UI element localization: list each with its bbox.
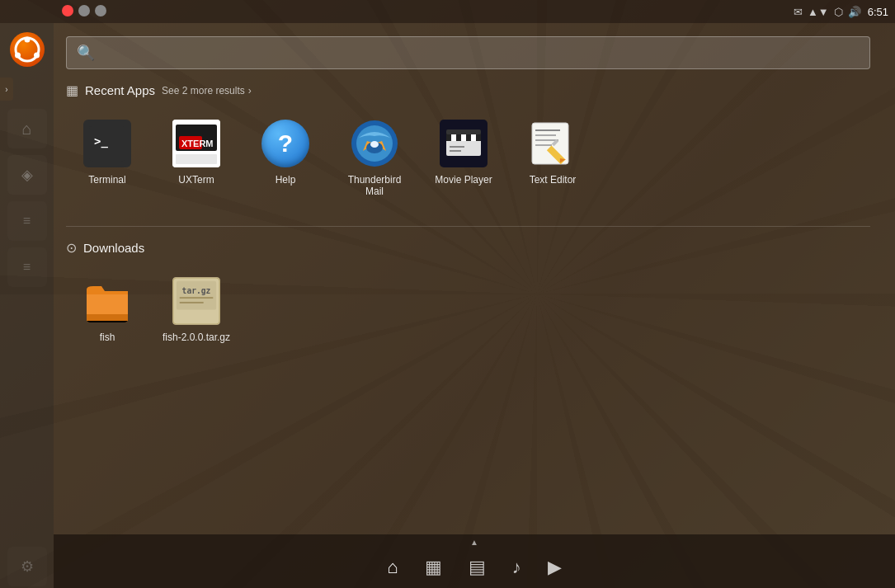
top-panel: ✉ ▲▼ ⬡ 🔊 6:51 <box>0 0 895 23</box>
search-icon: 🔍 <box>77 44 95 62</box>
svg-point-1 <box>24 37 30 43</box>
download-item-fish-targz[interactable]: tar.gz fish-2.0.0.tar.gz <box>155 269 238 351</box>
see-more-link[interactable]: See 2 more results › <box>162 85 252 96</box>
section-divider <box>66 226 870 227</box>
svg-point-3 <box>15 53 21 59</box>
fish-targz-label: fish-2.0.0.tar.gz <box>163 332 230 343</box>
minimize-button[interactable] <box>78 5 90 16</box>
downloads-grid: fish tar.gz fish-2.0.0.tar.gz <box>66 269 870 351</box>
thunderbird-icon <box>351 120 398 167</box>
texteditor-icon <box>529 120 577 167</box>
svg-rect-23 <box>450 150 461 152</box>
sidebar-item-icon-3: ≡ <box>23 214 31 228</box>
bottom-icon-video[interactable]: ▶ <box>544 553 565 581</box>
sidebar-item-icon-5: ⚙ <box>21 557 34 576</box>
recent-apps-title: Recent Apps <box>85 83 155 97</box>
downloads-header: ⊙ Downloads <box>66 240 870 256</box>
svg-rect-25 <box>535 129 560 131</box>
svg-rect-21 <box>446 129 481 134</box>
close-button[interactable] <box>62 5 73 16</box>
svg-text:XTERM: XTERM <box>181 139 214 148</box>
recent-apps-header: ▦ Recent Apps See 2 more results › <box>66 82 870 98</box>
downloads-title: Downloads <box>83 241 144 255</box>
clock: 6:51 <box>868 6 888 18</box>
bluetooth-icon: ⬡ <box>834 6 843 18</box>
ubuntu-logo[interactable] <box>7 30 47 69</box>
movieplayer-icon <box>440 120 488 167</box>
downloads-section: ⊙ Downloads fish <box>66 240 870 351</box>
svg-text:>_: >_ <box>94 134 108 148</box>
sidebar-item-icon-2: ◈ <box>21 166 33 184</box>
svg-text:tar.gz: tar.gz <box>182 286 211 295</box>
uxterm-label: UXTerm <box>178 174 214 186</box>
downloads-icon: ⊙ <box>66 240 77 256</box>
ubuntu-logo-circle[interactable] <box>10 32 45 67</box>
sidebar-item-5[interactable]: ⚙ <box>7 547 47 586</box>
sidebar: › ⌂ ◈ ≡ ≡ ⚙ <box>0 23 54 588</box>
svg-rect-33 <box>87 314 128 321</box>
network-icon: ▲▼ <box>808 6 829 18</box>
bottom-icon-music[interactable]: ♪ <box>509 553 525 581</box>
search-container: 🔍 <box>66 36 870 69</box>
bottom-icon-applications[interactable]: ▦ <box>422 553 445 581</box>
window-controls <box>54 0 115 21</box>
terminal-icon: >_ <box>83 120 131 167</box>
search-input[interactable] <box>103 45 860 60</box>
recent-apps-icon: ▦ <box>66 82 78 98</box>
bottom-icon-files[interactable]: ▤ <box>465 553 489 581</box>
fish-folder-icon <box>83 277 131 325</box>
bottom-bar-arrow: ▲ <box>54 534 895 547</box>
bottom-icon-home[interactable]: ⌂ <box>384 553 401 581</box>
sidebar-item-icon-1: ⌂ <box>21 120 31 139</box>
arrow-up-icon: ▲ <box>470 538 478 547</box>
dash-content: ▦ Recent Apps See 2 more results › >_ Te… <box>66 82 870 530</box>
app-item-help[interactable]: ? Help <box>244 111 327 206</box>
svg-rect-26 <box>535 134 556 136</box>
panel-system-icons: ✉ ▲▼ ⬡ 🔊 <box>794 6 861 18</box>
app-item-uxterm[interactable]: XTERM UXTerm <box>155 111 238 206</box>
help-icon: ? <box>261 120 309 167</box>
bottom-bar: ▲ ⌂ ▦ ▤ ♪ ▶ <box>54 534 895 588</box>
sidebar-item-icon-4: ≡ <box>23 260 31 275</box>
svg-rect-37 <box>180 297 214 299</box>
mail-icon: ✉ <box>794 6 803 18</box>
help-label: Help <box>276 174 296 186</box>
volume-icon: 🔊 <box>848 6 861 18</box>
see-more-arrow: › <box>248 85 252 96</box>
app-item-terminal[interactable]: >_ Terminal <box>66 111 148 206</box>
app-item-thunderbird[interactable]: Thunderbird Mail <box>333 111 416 206</box>
svg-rect-28 <box>535 144 552 146</box>
fish-folder-label: fish <box>100 332 115 343</box>
svg-point-14 <box>370 141 379 148</box>
texteditor-label: Text Editor <box>530 174 577 186</box>
svg-rect-22 <box>450 146 464 148</box>
svg-rect-10 <box>176 154 217 164</box>
download-item-fish[interactable]: fish <box>66 269 148 351</box>
app-item-texteditor[interactable]: Text Editor <box>511 111 594 206</box>
app-item-movieplayer[interactable]: Movie Player <box>422 111 505 206</box>
svg-rect-38 <box>180 302 204 303</box>
see-more-text: See 2 more results <box>162 85 245 96</box>
fish-targz-icon: tar.gz <box>172 277 220 325</box>
sidebar-item-2[interactable]: ◈ <box>7 155 47 195</box>
search-bar[interactable]: 🔍 <box>66 36 870 69</box>
uxterm-icon: XTERM <box>172 120 220 167</box>
movieplayer-label: Movie Player <box>435 174 492 186</box>
bottom-bar-icons: ⌂ ▦ ▤ ♪ ▶ <box>54 547 895 588</box>
sidebar-item-1[interactable]: ⌂ <box>7 109 47 148</box>
sidebar-item-4[interactable]: ≡ <box>7 247 47 287</box>
recent-apps-grid: >_ Terminal XTERM UXTerm ? Help <box>66 111 870 206</box>
svg-point-2 <box>34 53 40 59</box>
maximize-button[interactable] <box>95 5 106 16</box>
thunderbird-label: Thunderbird Mail <box>340 174 409 198</box>
sidebar-item-3[interactable]: ≡ <box>7 201 47 241</box>
terminal-label: Terminal <box>88 174 125 186</box>
sidebar-collapse-arrow[interactable]: › <box>0 78 13 101</box>
